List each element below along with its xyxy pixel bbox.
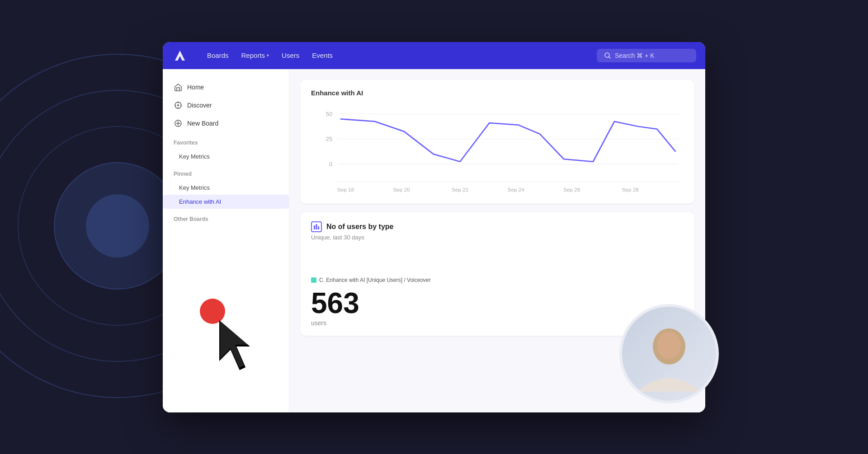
svg-text:Sep 18: Sep 18 <box>337 187 354 192</box>
sidebar: Home Discover <box>163 69 289 412</box>
svg-text:25: 25 <box>326 136 332 142</box>
nav-boards[interactable]: Boards <box>202 49 234 62</box>
nav-users[interactable]: Users <box>276 49 305 62</box>
stats-big-number: 563 <box>311 289 684 318</box>
svg-rect-23 <box>316 224 317 229</box>
sidebar-item-key-metrics-2[interactable]: Key Metrics <box>163 181 289 195</box>
home-icon <box>174 83 183 92</box>
sidebar-item-home[interactable]: Home <box>163 78 289 96</box>
svg-text:Sep 26: Sep 26 <box>563 187 580 192</box>
svg-rect-24 <box>318 226 319 229</box>
favorites-section-label: Favorites <box>163 132 289 150</box>
stats-card: No of users by type Unique, last 30 days… <box>300 212 694 336</box>
sidebar-item-enhance-ai[interactable]: Enhance with AI <box>163 195 289 209</box>
svg-rect-22 <box>314 225 315 229</box>
search-icon <box>604 52 611 59</box>
svg-text:0: 0 <box>329 161 332 168</box>
stats-unit-label: users <box>311 319 684 327</box>
legend-color-swatch <box>311 277 316 283</box>
svg-point-7 <box>177 104 179 106</box>
line-chart-card: Enhance with AI 50 25 0 <box>300 80 694 203</box>
svg-text:Sep 24: Sep 24 <box>508 187 525 192</box>
logo[interactable] <box>172 47 188 64</box>
stats-header: No of users by type <box>311 221 684 232</box>
svg-point-4 <box>86 194 149 257</box>
plus-icon <box>174 119 183 128</box>
other-boards-section-label: Other Boards <box>163 209 289 226</box>
main-content: Enhance with AI 50 25 0 <box>289 69 705 412</box>
discover-icon <box>174 101 183 110</box>
svg-text:Sep 20: Sep 20 <box>393 187 410 192</box>
nav-events[interactable]: Events <box>307 49 338 62</box>
reports-chevron-icon: ▾ <box>267 53 269 58</box>
stats-title: No of users by type <box>326 223 393 231</box>
search-bar[interactable]: Search ⌘ + K <box>597 49 696 62</box>
svg-text:50: 50 <box>326 111 332 117</box>
stats-subtitle: Unique, last 30 days <box>311 234 684 241</box>
sidebar-item-discover[interactable]: Discover <box>163 96 289 114</box>
legend-item: C. Enhance with AI [Unique Users] / Voic… <box>311 277 684 283</box>
sidebar-item-key-metrics[interactable]: Key Metrics <box>163 150 289 164</box>
content-area: Home Discover <box>163 69 705 412</box>
top-nav: Boards Reports ▾ Users Events Searc <box>163 42 705 69</box>
nav-reports[interactable]: Reports ▾ <box>236 49 275 62</box>
svg-point-3 <box>54 163 181 289</box>
nav-links: Boards Reports ▾ Users Events <box>202 49 583 62</box>
svg-text:Sep 22: Sep 22 <box>452 187 468 192</box>
stats-chart-icon <box>311 221 322 232</box>
chart-title: Enhance with AI <box>311 89 684 97</box>
svg-text:Sep 28: Sep 28 <box>622 187 639 192</box>
line-chart-area: 50 25 0 Sep 18 Sep 20 Sep 22 Sep 24 Sep … <box>311 104 684 194</box>
pinned-section-label: Pinned <box>163 164 289 181</box>
sidebar-item-new-board[interactable]: New Board <box>163 114 289 132</box>
